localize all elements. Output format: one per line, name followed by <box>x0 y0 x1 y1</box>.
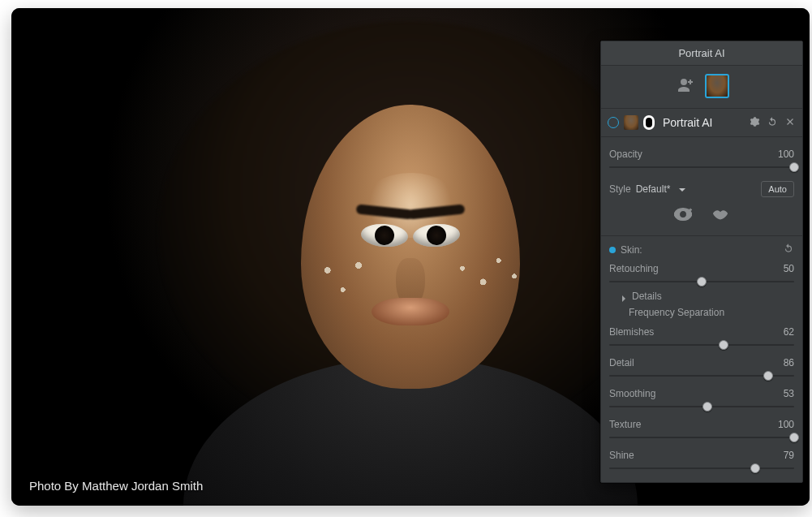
eye-enhance-icon[interactable] <box>674 207 692 224</box>
editor-stage: Photo By Matthew Jordan Smith Portrait A… <box>11 8 810 506</box>
shine-label: Shine <box>609 450 634 461</box>
photo-credit: Photo By Matthew Jordan Smith <box>29 479 203 493</box>
detail-slider[interactable] <box>609 370 794 381</box>
filter-title: Portrait AI <box>663 116 744 129</box>
detail-label: Detail <box>609 357 634 368</box>
retouching-value: 50 <box>784 263 794 274</box>
opacity-label: Opacity <box>609 149 642 160</box>
gear-icon[interactable] <box>749 116 760 130</box>
add-face-button[interactable] <box>674 74 697 97</box>
face-picker <box>601 66 802 109</box>
chevron-right-icon <box>621 293 627 299</box>
style-selected: Default* <box>636 183 671 195</box>
texture-label: Texture <box>609 419 641 430</box>
style-label: Style <box>609 183 631 195</box>
detail-value: 86 <box>784 357 794 368</box>
chevron-down-icon <box>678 185 686 193</box>
shine-slider[interactable] <box>609 463 794 474</box>
filter-header: Portrait AI <box>601 109 802 137</box>
portrait-ai-panel: Portrait AI Portrait AI Opacity 100 <box>600 41 803 483</box>
close-icon[interactable] <box>784 116 796 130</box>
smoothing-value: 53 <box>784 388 794 399</box>
auto-button[interactable]: Auto <box>761 181 794 197</box>
style-dropdown[interactable]: Default* <box>636 183 757 195</box>
shine-value: 79 <box>784 450 794 461</box>
blemishes-value: 62 <box>784 326 794 338</box>
opacity-value: 100 <box>778 149 794 160</box>
retouching-label: Retouching <box>609 263 659 274</box>
lips-enhance-icon[interactable] <box>711 207 729 224</box>
skin-reset-icon[interactable] <box>783 243 794 256</box>
skin-section-indicator <box>609 247 616 253</box>
face-thumbnail-selected[interactable] <box>705 74 729 98</box>
details-toggle[interactable]: Details <box>609 287 794 304</box>
reset-icon[interactable] <box>767 116 778 130</box>
panel-title: Portrait AI <box>601 41 802 66</box>
filter-mask-icon[interactable] <box>643 115 655 130</box>
texture-value: 100 <box>778 419 794 430</box>
blemishes-slider[interactable] <box>609 339 794 351</box>
filter-enable-toggle[interactable] <box>608 117 619 128</box>
smoothing-slider[interactable] <box>609 401 794 412</box>
smoothing-label: Smoothing <box>609 388 655 399</box>
blemishes-label: Blemishes <box>609 326 654 338</box>
skin-label: Skin: <box>621 244 642 256</box>
opacity-slider[interactable] <box>609 162 794 173</box>
texture-slider[interactable] <box>609 432 794 443</box>
frequency-separation-label: Frequency Separation <box>609 304 794 320</box>
filter-face-thumb[interactable] <box>624 115 638 130</box>
retouching-slider[interactable] <box>609 276 794 287</box>
